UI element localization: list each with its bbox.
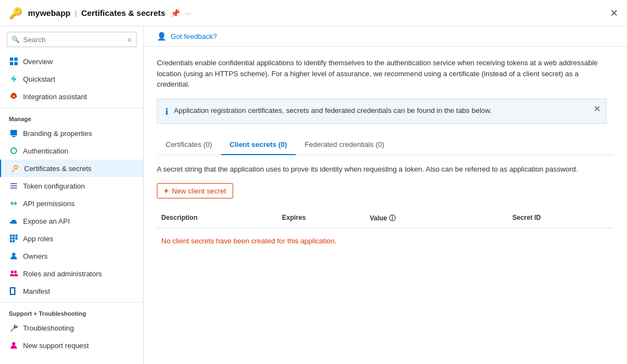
grid-icon — [9, 56, 19, 66]
svg-rect-23 — [14, 287, 15, 295]
bars-icon — [9, 181, 19, 191]
sidebar-item-troubleshooting[interactable]: Troubleshooting — [0, 319, 143, 337]
sidebar-item-quickstart[interactable]: Quickstart — [0, 70, 143, 88]
main-content-area: 👤 Got feedback? Credentials enable confi… — [144, 26, 627, 364]
svg-rect-3 — [14, 62, 18, 65]
brush-icon — [9, 128, 19, 138]
empty-message: No client secrets have been created for … — [157, 228, 614, 254]
app-name: mywebapp — [28, 8, 71, 18]
svg-rect-5 — [12, 136, 15, 137]
people-icon — [9, 269, 19, 278]
sidebar-item-authentication[interactable]: Authentication — [0, 142, 143, 160]
svg-rect-7 — [10, 185, 17, 186]
sidebar-item-owners[interactable]: Owners — [0, 247, 143, 265]
col-expires: Expires — [278, 214, 365, 223]
doc-icon — [9, 286, 19, 296]
svg-point-19 — [14, 271, 17, 274]
sidebar-item-approles[interactable]: App roles — [0, 230, 143, 247]
plus-icon: + — [164, 186, 168, 195]
sidebar-item-branding-label: Branding & properties — [23, 129, 92, 138]
svg-rect-15 — [10, 240, 12, 242]
table-header: Description Expires Value ⓘ Secret ID — [157, 209, 614, 228]
key-icon — [10, 163, 20, 173]
sidebar-item-troubleshooting-label: Troubleshooting — [23, 324, 74, 332]
cloud-icon — [9, 216, 19, 226]
more-options-icon[interactable]: ··· — [184, 9, 191, 18]
sidebar-item-support-request[interactable]: New support request — [0, 337, 143, 354]
close-button[interactable]: ✕ — [610, 7, 618, 19]
feedback-link[interactable]: Got feedback? — [171, 32, 217, 41]
person-icon — [9, 251, 19, 261]
new-client-secret-button[interactable]: + New client secret — [157, 183, 233, 198]
sidebar-item-owners-label: Owners — [23, 252, 48, 260]
sidebar-item-support-label: New support request — [23, 342, 89, 350]
sidebar-item-certs-label: Certificates & secrets — [24, 164, 92, 173]
svg-rect-4 — [10, 130, 17, 135]
sidebar-search-container[interactable]: 🔍 « — [7, 32, 137, 47]
svg-rect-25 — [11, 291, 14, 292]
svg-rect-10 — [13, 235, 15, 237]
svg-point-26 — [12, 342, 15, 345]
svg-rect-14 — [15, 237, 18, 240]
main-layout: 🔍 « Overview Quickstart Integration assi… — [0, 26, 627, 364]
svg-rect-9 — [10, 235, 12, 237]
support-section-label: Support + Troubleshooting — [0, 302, 143, 319]
tab-client-secrets[interactable]: Client secrets (0) — [221, 135, 296, 155]
tab-federated-credentials[interactable]: Federated credentials (0) — [296, 135, 393, 155]
manage-section-label: Manage — [0, 107, 143, 124]
info-banner: ℹ Application registration certificates,… — [157, 99, 607, 124]
svg-point-17 — [12, 253, 15, 256]
sidebar-item-api[interactable]: API permissions — [0, 195, 143, 212]
sidebar-item-token-label: Token configuration — [23, 182, 85, 190]
svg-point-18 — [11, 271, 14, 274]
refresh-icon — [9, 146, 19, 156]
page-title: Certificates & secrets — [81, 8, 165, 18]
info-icon: ℹ — [165, 106, 168, 117]
pin-icon[interactable]: 📌 — [171, 9, 180, 18]
credential-description: Credentials enable confidential applicat… — [157, 58, 607, 90]
lightning-icon — [9, 74, 19, 84]
app-icon: 🔑 — [9, 7, 22, 20]
sidebar-item-token[interactable]: Token configuration — [0, 177, 143, 195]
header-separator: | — [75, 9, 77, 17]
tab-description: A secret string that the application use… — [157, 164, 607, 175]
svg-rect-0 — [10, 58, 13, 61]
wrench-icon — [9, 323, 19, 333]
search-icon: 🔍 — [12, 36, 20, 43]
sidebar-item-integration[interactable]: Integration assistant — [0, 88, 143, 105]
svg-rect-16 — [13, 240, 15, 242]
svg-rect-1 — [14, 58, 18, 61]
sidebar-item-api-label: API permissions — [23, 200, 75, 208]
app-header: 🔑 mywebapp | Certificates & secrets 📌 ··… — [0, 0, 627, 26]
svg-rect-6 — [10, 183, 17, 184]
sidebar-item-overview[interactable]: Overview — [0, 53, 143, 70]
search-input[interactable] — [23, 36, 127, 44]
sidebar-item-branding[interactable]: Branding & properties — [0, 124, 143, 142]
svg-rect-13 — [13, 237, 15, 240]
svg-rect-11 — [15, 235, 18, 237]
sidebar-item-authentication-label: Authentication — [23, 147, 68, 155]
sidebar-item-approles-label: App roles — [23, 235, 53, 243]
collapse-icon[interactable]: « — [127, 35, 132, 44]
tab-bar: Certificates (0) Client secrets (0) Fede… — [157, 135, 614, 155]
col-secret-id: Secret ID — [508, 214, 614, 223]
sidebar-item-expose[interactable]: Expose an API — [0, 212, 143, 230]
sidebar-item-overview-label: Overview — [23, 58, 53, 66]
svg-rect-8 — [10, 187, 17, 189]
sidebar-item-certs[interactable]: Certificates & secrets — [0, 160, 143, 177]
svg-rect-24 — [11, 289, 14, 290]
apps-icon — [9, 234, 19, 243]
arrows-icon — [9, 198, 19, 208]
feedback-bar: 👤 Got feedback? — [144, 26, 627, 47]
sidebar: 🔍 « Overview Quickstart Integration assi… — [0, 26, 144, 364]
sidebar-item-manifest-label: Manifest — [23, 287, 50, 295]
sidebar-item-quickstart-label: Quickstart — [23, 75, 55, 83]
sidebar-item-roles-label: Roles and administrators — [23, 270, 102, 278]
info-banner-text: Application registration certificates, s… — [174, 106, 492, 116]
sidebar-item-roles[interactable]: Roles and administrators — [0, 265, 143, 282]
col-value: Value ⓘ — [365, 214, 508, 223]
info-banner-close-button[interactable]: ✕ — [594, 104, 601, 114]
tab-certificates[interactable]: Certificates (0) — [157, 135, 221, 155]
sidebar-item-manifest[interactable]: Manifest — [0, 282, 143, 300]
feedback-icon: 👤 — [157, 32, 166, 41]
